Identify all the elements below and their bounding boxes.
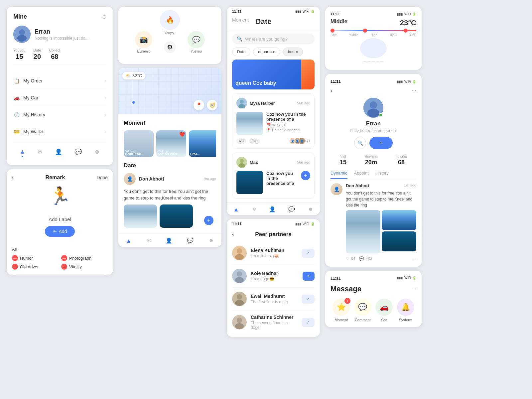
ptab-appoint[interactable]: Appoint <box>354 171 369 179</box>
menu-item-car[interactable]: 🚗 My Car › <box>13 90 106 106</box>
menu-item-wallet[interactable]: 💳 My Wallet › <box>13 124 106 140</box>
moment-icon-circle: ⭐ 1 <box>332 299 350 316</box>
nav-profile-icon[interactable]: ☻ <box>208 237 214 244</box>
nav-chat-icon[interactable]: 💬 <box>187 237 194 244</box>
activity-img-1 <box>346 210 380 253</box>
edit-icon: ✏ <box>53 229 57 234</box>
peer4-check-button[interactable]: ✓ <box>302 318 315 327</box>
compass-icon[interactable]: 🧭 <box>207 100 217 110</box>
map-marker-icon[interactable]: 📍 <box>194 100 204 110</box>
menu-item-history[interactable]: 🕐 My History › <box>13 107 106 123</box>
moment-title: Moment <box>124 120 216 126</box>
peer-item-4: Catharine Schinner The second floor is a… <box>232 311 315 334</box>
label-vitality: — Vitality <box>61 264 108 270</box>
svg-point-13 <box>237 271 242 277</box>
map-card: ⛅ 32°C 📍 🧭 Moment Good Place 888 People <box>118 68 221 247</box>
filter-bourn[interactable]: bourn <box>283 48 303 56</box>
msg-car[interactable]: 🚗 Car <box>375 299 393 322</box>
peer4-sub: The second floor is a doge <box>251 321 298 330</box>
comment-count: 💬 233 <box>359 256 372 261</box>
nav-home-icon[interactable]: ▲ <box>126 237 132 244</box>
peer1-sub: I'm a little pig🐷 <box>251 254 298 258</box>
add-post-button[interactable]: + <box>204 216 213 225</box>
ptab-history[interactable]: History <box>375 171 389 179</box>
like-count: ♡ 34 <box>346 256 355 261</box>
comment-label: Comment <box>355 318 371 322</box>
ptab-dynamic[interactable]: Dynamic <box>331 171 347 179</box>
nav-chat[interactable]: 💬 <box>74 148 82 157</box>
svg-point-23 <box>367 109 379 117</box>
post2-time: 56e ago <box>297 160 310 164</box>
weather-icon: ⛅ <box>126 73 131 78</box>
message-more-icon[interactable]: ··· <box>412 286 416 292</box>
nav2-chat[interactable]: 💬 <box>288 206 295 213</box>
yueyou-icon[interactable]: 💬 <box>188 31 205 48</box>
tab-moment[interactable]: Moment <box>232 17 249 27</box>
minus-icon: — <box>12 264 18 270</box>
nav-friends[interactable]: ❄ <box>38 148 43 157</box>
dynamic-icon[interactable]: 📸 <box>135 31 152 48</box>
peer2-add-button[interactable]: + <box>303 272 315 281</box>
tab-date[interactable]: Date <box>256 17 272 27</box>
filter-departure[interactable]: departure <box>253 48 280 56</box>
profile-more-icon[interactable]: ··· <box>412 88 416 94</box>
peer2-sub: I'm a doge😎 <box>251 277 299 281</box>
menu-item-order[interactable]: 📋 My Order › <box>13 73 106 89</box>
peer4-avatar <box>232 315 247 330</box>
stat-value-date: 20 <box>33 53 41 61</box>
filter-date[interactable]: Date <box>232 48 250 56</box>
done-button[interactable]: Done <box>97 175 108 180</box>
search-placeholder: Where are you going? <box>245 37 288 42</box>
more-options-icon[interactable]: ··· <box>412 256 416 261</box>
peer3-avatar <box>232 292 247 306</box>
peer-item-1: Elena Kuhlman I'm a little pig🐷 ✓ <box>232 242 315 265</box>
nav2-home[interactable]: ▲ <box>233 206 239 213</box>
post-image-2 <box>160 204 193 228</box>
profile-back-icon[interactable]: ‹ <box>331 88 332 94</box>
svg-point-11 <box>235 254 244 260</box>
profile-name: Erran <box>331 120 416 127</box>
back-icon[interactable]: ‹ <box>12 175 14 181</box>
profile-search-button[interactable]: 🔍 <box>354 137 366 149</box>
svg-point-4 <box>240 100 244 104</box>
chevron-right-icon: › <box>105 129 106 134</box>
activity-time: 1m ago <box>404 183 416 188</box>
post1-image <box>236 112 263 135</box>
mine-title: Mine <box>13 13 27 20</box>
profile-follow-button[interactable]: + <box>369 137 393 149</box>
msg-system[interactable]: 🔔 Systerm <box>397 299 414 322</box>
center-icon[interactable]: ⚙ <box>164 41 176 53</box>
flame-icon[interactable]: 🔥 <box>160 10 180 30</box>
post1-time: 56e ago <box>297 101 310 105</box>
msg-moment[interactable]: ⭐ 1 Moment <box>332 299 350 322</box>
label-old-driver: — Old driver <box>12 264 59 270</box>
peer-back-icon[interactable]: ‹ <box>232 231 234 237</box>
post1-avatar <box>236 98 247 108</box>
svg-point-10 <box>237 248 242 254</box>
add-button-post2[interactable]: + <box>301 171 310 180</box>
battery-icon: 🔋 <box>311 10 315 13</box>
profile-status-time: 11:11 <box>331 79 341 84</box>
minus-icon: — <box>61 255 67 261</box>
msg-comment[interactable]: 💬 Comment <box>354 299 371 322</box>
stat-label-collect: Collect <box>49 48 61 52</box>
nav2-friends[interactable]: ❄ <box>252 206 256 213</box>
nav-friends-icon[interactable]: ❄ <box>147 237 151 244</box>
nav2-profile[interactable]: ☻ <box>308 206 314 213</box>
nav-people[interactable]: 👤 <box>55 148 62 157</box>
car-msg-icon: 🚗 <box>380 303 389 312</box>
search-bar[interactable]: 🔍 Where are you going? <box>232 34 315 44</box>
weather-status-time: 11:11 <box>331 12 340 16</box>
moment-image-1: Good Place 888 People <box>124 130 154 157</box>
peer3-check-button[interactable]: ✓ <box>302 295 315 304</box>
nav-people-icon[interactable]: 👤 <box>166 237 172 244</box>
nav2-people[interactable]: 👤 <box>269 206 276 213</box>
settings-icon[interactable]: ⊙ <box>102 14 106 20</box>
weather-temperature: 23°C <box>400 19 416 27</box>
nav-profile[interactable]: ☻ <box>94 148 100 157</box>
peer1-check-button[interactable]: ✓ <box>302 249 315 258</box>
add-button[interactable]: ✏ Add <box>45 226 75 237</box>
system-label: Systerm <box>399 318 412 322</box>
nav-home[interactable]: ▲ <box>19 148 25 157</box>
peer1-avatar <box>232 246 247 260</box>
